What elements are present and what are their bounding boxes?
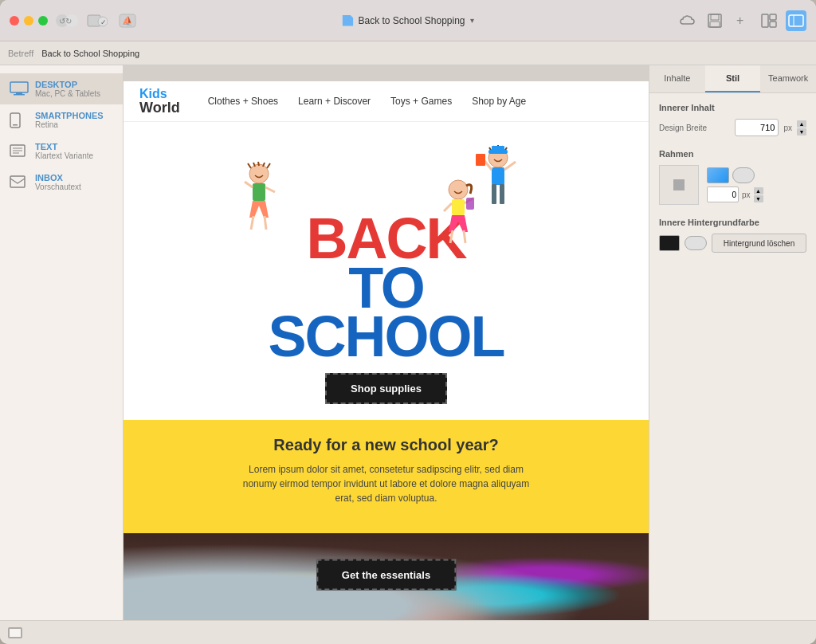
border-color-toggle[interactable]: [732, 167, 755, 183]
design-width-input[interactable]: [735, 119, 779, 136]
titlebar-center: Back to School Shopping ▾: [342, 15, 473, 26]
svg-line-54: [444, 203, 452, 211]
svg-rect-12: [762, 14, 768, 27]
text-item-subtitle: Klartext Variante: [35, 151, 93, 160]
sidebar: DESKTOP Mac, PC & Tablets SMARTPHONES Re…: [0, 65, 124, 620]
border-spinner-down[interactable]: ▼: [754, 195, 763, 202]
rahmen-grid: px ▲ ▼: [659, 165, 806, 205]
svg-rect-10: [710, 22, 720, 27]
svg-rect-51: [500, 184, 504, 204]
svg-rect-50: [492, 184, 496, 204]
text-item-title: TEXT: [35, 142, 93, 151]
border-spinner-up[interactable]: ▲: [754, 187, 763, 194]
nav-learn[interactable]: Learn + Discover: [298, 96, 371, 107]
titlebar: ↺↻ ✓ ⛵ Back to School Shopping ▾: [0, 0, 816, 41]
svg-rect-26: [10, 176, 25, 187]
desktop-icon: [10, 81, 29, 96]
svg-line-34: [245, 182, 253, 187]
inner-content-section: Innerer Inhalt Design Breite px ▲ ▼: [659, 103, 806, 136]
design-width-row: Design Breite px ▲ ▼: [659, 119, 806, 136]
save-icon[interactable]: [704, 10, 725, 31]
border-px-spinner: ▲ ▼: [754, 187, 763, 202]
border-px-row: px ▲ ▼: [707, 187, 806, 202]
get-essentials-button[interactable]: Get the essentials: [316, 560, 456, 591]
svg-line-58: [464, 230, 465, 243]
svg-line-35: [265, 187, 275, 192]
titlebar-title: Back to School Shopping: [358, 15, 465, 26]
svg-rect-21: [13, 124, 18, 126]
inbox-item-subtitle: Vorschautext: [35, 183, 81, 191]
sidebar-item-desktop[interactable]: DESKTOP Mac, PC & Tablets: [0, 73, 123, 104]
border-color-swatch[interactable]: [707, 167, 729, 183]
border-tr: [685, 167, 696, 179]
svg-rect-56: [466, 198, 474, 210]
svg-text:✓: ✓: [100, 18, 107, 26]
inbox-item-title: INBOX: [35, 173, 81, 183]
promo-area: Ready for a new school year? Lorem ipsum…: [124, 420, 649, 620]
back-forward-icon[interactable]: ↺↻: [56, 10, 78, 32]
maximize-button[interactable]: [38, 16, 48, 26]
betreff-label: Betreff: [8, 49, 33, 58]
bg-color-toggle[interactable]: [685, 236, 707, 250]
bg-color-swatch[interactable]: [659, 235, 680, 251]
promo-body: Lorem ipsum dolor sit amet, consetetur s…: [243, 462, 530, 505]
tab-inhalte[interactable]: Inhalte: [649, 65, 705, 92]
border-center: [673, 179, 685, 190]
nav-shop-age[interactable]: Shop by Age: [472, 96, 526, 107]
inbox-icon: [10, 175, 29, 189]
svg-rect-9: [711, 14, 719, 20]
border-px-input[interactable]: [707, 187, 739, 202]
nav-clothes[interactable]: Clothes + Shoes: [208, 96, 278, 107]
canvas-area[interactable]: Kids World Clothes + Shoes Learn + Disco…: [124, 65, 649, 620]
main-area: DESKTOP Mac, PC & Tablets SMARTPHONES Re…: [0, 65, 816, 620]
border-px-label: px: [742, 190, 751, 199]
email-logo: Kids World: [139, 88, 180, 115]
sidebar-item-inbox[interactable]: INBOX Vorschautext: [0, 167, 123, 198]
border-color-row: [707, 167, 806, 183]
tab-teamwork[interactable]: Teamwork: [760, 65, 816, 92]
smartphones-item-subtitle: Retina: [35, 120, 104, 129]
supplies-image-container: Get the essentials: [124, 533, 649, 620]
layout-icon[interactable]: [759, 10, 779, 31]
svg-text:⛵: ⛵: [122, 15, 133, 26]
svg-line-30: [258, 162, 259, 166]
sidebar-item-smartphones[interactable]: SMARTPHONES Retina: [0, 104, 123, 135]
document-icon: [342, 15, 353, 26]
preview-icon[interactable]: [786, 10, 806, 31]
shop-supplies-button[interactable]: Shop supplies: [325, 373, 447, 404]
desktop-item-subtitle: Mac, PC & Tablets: [35, 89, 100, 98]
design-width-label: Design Breite: [659, 124, 730, 132]
main-window: ↺↻ ✓ ⛵ Back to School Shopping ▾: [0, 0, 816, 644]
spinner-down-button[interactable]: ▼: [797, 128, 806, 135]
svg-text:↺↻: ↺↻: [59, 17, 72, 26]
cloud-icon[interactable]: [677, 10, 698, 31]
desktop-item-title: DESKTOP: [35, 80, 100, 89]
badge-icon[interactable]: ✓: [86, 10, 108, 32]
border-selector[interactable]: [659, 165, 699, 205]
bg-delete-button[interactable]: Hintergrund löschen: [712, 234, 806, 253]
inner-content-label: Innerer Inhalt: [659, 103, 806, 112]
design-width-px: px: [783, 124, 792, 132]
svg-point-52: [449, 180, 468, 199]
minimize-button[interactable]: [24, 16, 33, 26]
close-button[interactable]: [10, 16, 19, 26]
bg-color-section: Innere Hintergrundfarbe Hintergrund lösc…: [659, 218, 806, 253]
add-icon[interactable]: +: [732, 10, 752, 31]
desktop-item-text: DESKTOP Mac, PC & Tablets: [35, 80, 100, 98]
nav-toys[interactable]: Toys + Games: [390, 96, 452, 107]
share-icon[interactable]: ⛵: [116, 10, 139, 32]
sidebar-item-text[interactable]: TEXT Klartext Variante: [0, 135, 123, 167]
svg-rect-53: [452, 199, 465, 215]
svg-line-32: [267, 163, 270, 168]
svg-rect-19: [14, 94, 25, 96]
window-controls: [10, 16, 48, 26]
promo-heading: Ready for a new school year?: [139, 436, 633, 454]
titlebar-right-icons: +: [677, 10, 806, 31]
title-dropdown-arrow[interactable]: ▾: [470, 16, 474, 25]
tab-stil[interactable]: Stil: [705, 65, 761, 92]
svg-rect-33: [253, 183, 265, 201]
logo-world: World: [139, 100, 180, 115]
spinner-up-button[interactable]: ▲: [797, 120, 806, 128]
border-bc: [673, 191, 685, 202]
email-canvas: Kids World Clothes + Shoes Learn + Disco…: [124, 81, 649, 620]
